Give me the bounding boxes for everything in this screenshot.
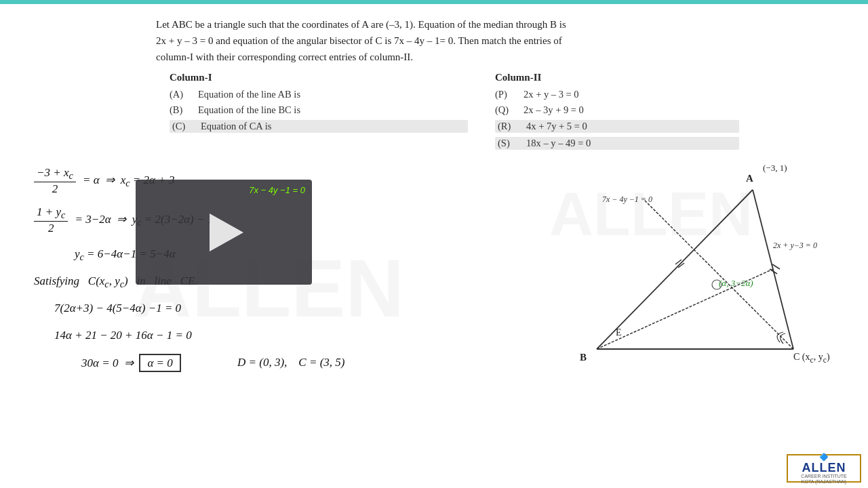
col2-text-S: 18x – y – 49 = 0: [526, 138, 591, 149]
col1-item-C: (C) Equation of CA is: [170, 120, 468, 133]
column-II-header: Column-II: [495, 72, 739, 83]
allen-logo: 🔷 ALLEN CAREER INSTITUTE KOTA (RAJASTHAN…: [787, 454, 861, 483]
allen-logo-icon: 🔷: [819, 453, 829, 462]
col1-text-A: Equation of the line AB is: [198, 89, 300, 100]
col2-item-P: (P) 2x + y – 3 = 0: [495, 89, 739, 100]
problem-line2: 2x + y – 3 = 0 and equation of the angul…: [156, 35, 562, 46]
problem-line1: Let ABC be a triangle such that the coor…: [156, 19, 566, 30]
allen-logo-brand: ALLEN: [802, 462, 846, 474]
hw-line8: D = (0, 3), C = (3, 5): [237, 356, 344, 369]
problem-text: Let ABC be a triangle such that the coor…: [156, 16, 712, 65]
col2-label-R: (R): [498, 121, 518, 132]
svg-line-4: [644, 200, 793, 349]
col1-item-B: (B) Equation of the line BC is: [170, 104, 468, 116]
column-I: Column-I (A) Equation of the line AB is …: [129, 72, 468, 154]
diagram-area: ALLEN: [563, 159, 848, 417]
allen-sub2: KOTA (RAJASTHAN): [802, 479, 846, 484]
col2-item-S: (S) 18x – y – 49 = 0: [495, 137, 739, 150]
hw-line5: 7(2α+3) − 4(5−4α) −1 = 0: [54, 302, 181, 315]
label-E: E: [616, 327, 622, 338]
allen-logo-sub: CAREER INSTITUTE KOTA (RAJASTHAN): [801, 474, 846, 484]
diagram-eq2: 2x + y−3 = 0: [773, 241, 817, 251]
svg-line-0: [597, 190, 753, 349]
allen-sub1: CAREER INSTITUTE: [801, 474, 846, 479]
label-B: B: [580, 352, 587, 363]
label-C: C (xc, yc): [793, 352, 830, 365]
column-II: Column-II (P) 2x + y – 3 = 0 (Q) 2x – 3y…: [468, 72, 739, 154]
col2-label-S: (S): [498, 138, 518, 149]
col1-text-C: Equation of CA is: [201, 121, 271, 132]
lower-section: ALLEN −3 + xc 2 = α ⇒ xc = 2α + 3 1 + yc…: [20, 159, 848, 417]
column-I-header: Column-I: [170, 72, 468, 83]
video-overlay[interactable]: 7x − 4y −1 = 0: [136, 180, 312, 285]
col2-label-P: (P): [495, 89, 515, 100]
handwriting-area: −3 + xc 2 = α ⇒ xc = 2α + 3 1 + yc 2 = 3…: [20, 159, 563, 417]
play-button[interactable]: [210, 214, 243, 251]
col1-label-A: (A): [170, 89, 190, 100]
label-A: A: [746, 173, 753, 184]
main-content: Let ABC be a triangle such that the coor…: [0, 4, 868, 488]
col1-item-A: (A) Equation of the line AB is: [170, 89, 468, 100]
col1-label-B: (B): [170, 104, 190, 116]
col2-label-Q: (Q): [495, 104, 515, 116]
hw-line7: 30α = 0 ⇒ α = 0: [81, 356, 181, 370]
col2-text-Q: 2x – 3y + 9 = 0: [524, 104, 584, 116]
col2-text-R: 4x + 7y + 5 = 0: [526, 121, 587, 132]
diagram-midpoint: (α, 3−2α): [719, 278, 753, 289]
col2-item-R: (R) 4x + 7y + 5 = 0: [495, 120, 739, 133]
diagram-eq1: 7x − 4y −1 = 0: [602, 195, 652, 205]
label-A-coord: (−3, 1): [763, 163, 787, 174]
hw-line6: 14α + 21 − 20 + 16α − 1 = 0: [54, 329, 192, 342]
svg-line-7: [772, 264, 780, 269]
col1-text-B: Equation of the line BC is: [198, 104, 300, 116]
problem-line3: column-I with their corresponding correc…: [156, 52, 413, 62]
col1-label-C: (C): [172, 121, 193, 132]
col2-item-Q: (Q) 2x – 3y + 9 = 0: [495, 104, 739, 116]
col2-text-P: 2x + y – 3 = 0: [524, 89, 579, 100]
columns-container: Column-I (A) Equation of the line AB is …: [20, 72, 848, 154]
